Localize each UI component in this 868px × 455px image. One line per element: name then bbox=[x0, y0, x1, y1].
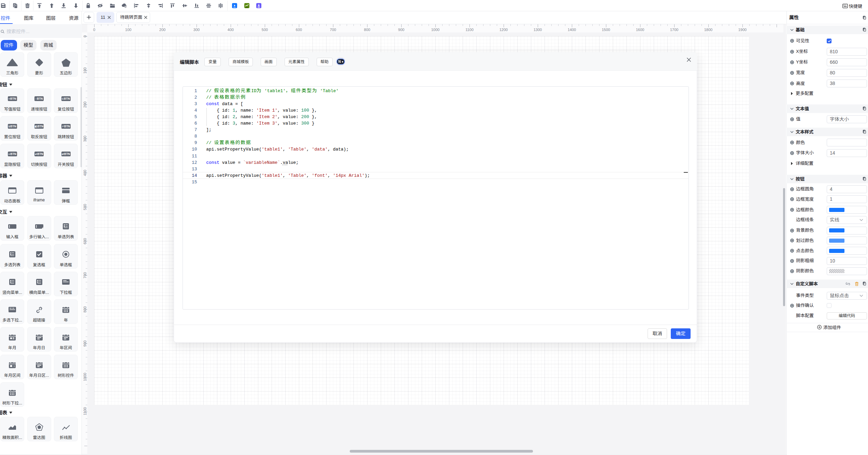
svg-text:1: 1 bbox=[14, 365, 15, 367]
